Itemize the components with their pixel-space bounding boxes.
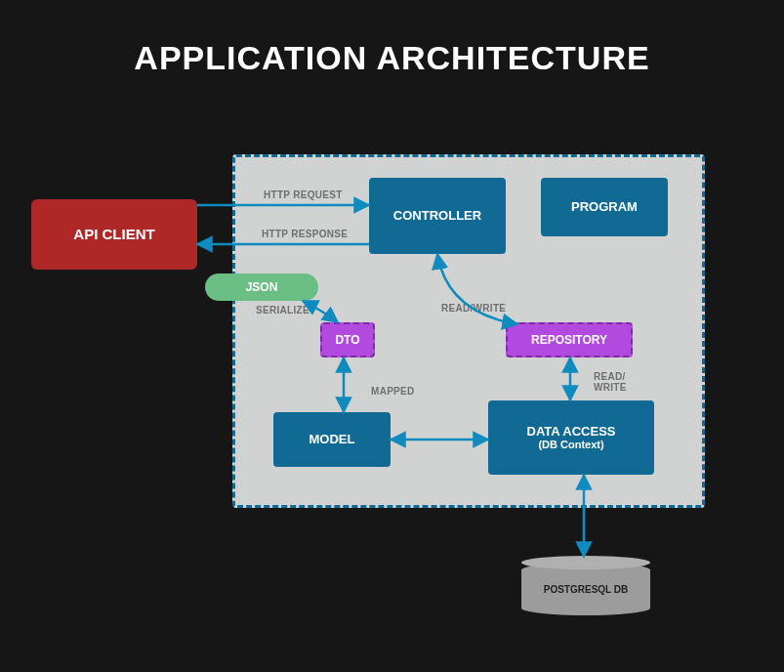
data-access-sub: (DB Context) bbox=[538, 439, 603, 451]
controller-box: CONTROLLER bbox=[369, 178, 506, 254]
data-access-box: DATA ACCESS (DB Context) bbox=[488, 400, 654, 475]
edge-read-write-2: READ/ WRITE bbox=[594, 371, 627, 393]
edge-read-write-1: READ/WRITE bbox=[441, 303, 506, 314]
json-pill: JSON bbox=[205, 273, 318, 301]
diagram-title: APPLICATION ARCHITECTURE bbox=[0, 39, 784, 77]
api-client-box: API CLIENT bbox=[31, 199, 197, 270]
data-access-label: DATA ACCESS bbox=[527, 424, 616, 440]
postgresql-db: POSTGRESQL DB bbox=[521, 563, 650, 615]
edge-mapped: MAPPED bbox=[371, 386, 415, 397]
edge-http-request: HTTP REQUEST bbox=[264, 189, 343, 200]
repository-box: REPOSITORY bbox=[506, 322, 633, 357]
edge-serialize: SERIALIZE bbox=[256, 305, 309, 315]
db-label: POSTGRESQL DB bbox=[521, 563, 650, 615]
model-box: MODEL bbox=[273, 412, 391, 467]
program-box: PROGRAM bbox=[541, 178, 668, 236]
edge-http-response: HTTP RESPONSE bbox=[262, 229, 348, 239]
dto-box: DTO bbox=[320, 322, 375, 357]
